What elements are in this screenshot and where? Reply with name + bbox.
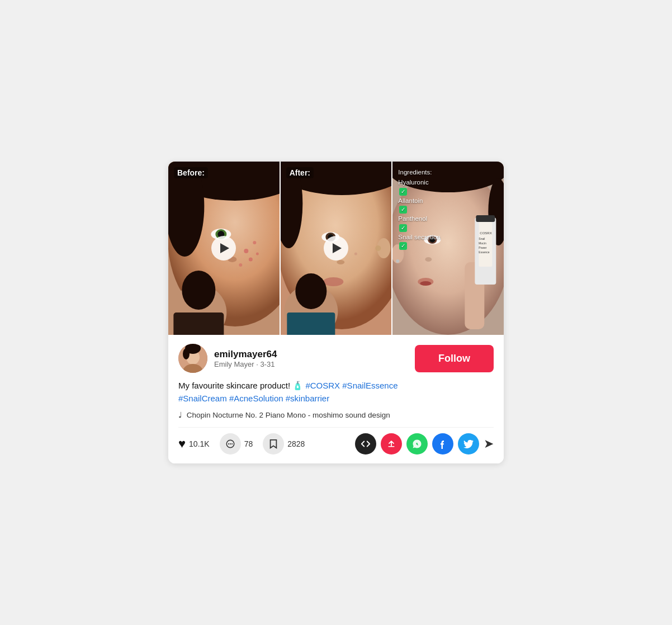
music-text: Chopin Nocturne No. 2 Piano Mono - moshi… (187, 411, 390, 419)
svg-point-27 (354, 253, 357, 255)
ingredients-overlay: Ingredients: Hyaluronic ✓ Allantoin ✓ Pa… (398, 167, 440, 250)
twitter-button[interactable] (458, 433, 479, 454)
info-section: emilymayer64 Emily Mayer · 3-31 Follow M… (168, 335, 504, 463)
svg-point-60 (231, 443, 233, 444)
caption-text: My favourite skincare product! 🧴 (178, 381, 305, 390)
video-grid: Before: (168, 162, 504, 335)
play-button-2[interactable] (324, 236, 348, 261)
post-date: 3-31 (260, 360, 275, 368)
post-card: Before: (168, 162, 504, 463)
username[interactable]: emilymayer64 (214, 349, 277, 360)
comment-icon (220, 433, 241, 454)
hashtag-skinbarrier[interactable]: #skinbarrier (286, 394, 329, 403)
svg-text:Essence: Essence (479, 250, 490, 254)
after-label: After: (286, 167, 314, 178)
user-text: emilymayer64 Emily Mayer · 3-31 (214, 349, 277, 368)
play-button-1[interactable] (211, 236, 236, 261)
svg-text:Snail: Snail (479, 237, 485, 240)
svg-point-39 (396, 259, 400, 263)
video-thumb-before[interactable]: Before: (168, 162, 281, 335)
svg-rect-15 (173, 313, 224, 335)
svg-point-56 (183, 348, 190, 359)
svg-point-14 (182, 271, 215, 310)
svg-point-11 (239, 263, 242, 267)
user-row: emilymayer64 Emily Mayer · 3-31 Follow (178, 344, 494, 373)
bookmark-count: 2828 (287, 439, 305, 448)
caption: My favourite skincare product! 🧴 #COSRX … (178, 380, 494, 405)
bookmark-action[interactable]: 2828 (263, 433, 305, 454)
svg-rect-45 (476, 215, 495, 222)
svg-point-29 (295, 273, 326, 309)
svg-text:COSRX: COSRX (480, 231, 492, 235)
svg-point-10 (249, 258, 253, 262)
svg-point-8 (244, 249, 248, 253)
heart-icon: ♥ (178, 437, 186, 451)
embed-button[interactable] (355, 433, 376, 454)
svg-point-25 (337, 260, 344, 264)
play-icon-1 (220, 243, 229, 253)
svg-text:Mucin: Mucin (479, 242, 487, 245)
facebook-button[interactable] (432, 433, 453, 454)
user-info: emilymayer64 Emily Mayer · 3-31 (178, 344, 277, 373)
action-left: ♥ 10.1K 78 (178, 433, 305, 454)
whatsapp-button[interactable] (406, 433, 428, 454)
forward-button[interactable]: ➤ (484, 437, 494, 451)
svg-point-9 (253, 241, 256, 244)
comment-action[interactable]: 78 (220, 433, 253, 454)
hashtag-cosrx[interactable]: #COSRX (305, 381, 342, 390)
hashtag-snailcream[interactable]: #SnailCream (178, 394, 229, 403)
play-icon-2 (333, 243, 342, 253)
user-meta: Emily Mayer · 3-31 (214, 360, 277, 368)
svg-text:Power: Power (479, 246, 488, 249)
music-line: ♩ Chopin Nocturne No. 2 Piano Mono - mos… (178, 410, 494, 419)
like-count: 10.1K (189, 439, 210, 448)
action-bar: ♥ 10.1K 78 (178, 427, 494, 457)
svg-point-42 (420, 281, 432, 286)
video-thumb-after[interactable]: After: (281, 162, 393, 335)
hashtag-snailessence[interactable]: #SnailEssence (342, 381, 397, 390)
video-thumb-ingredients[interactable]: COSRX Snail Mucin Power Essence Ingredie… (392, 162, 504, 335)
follow-button[interactable]: Follow (415, 345, 494, 372)
before-label: Before: (174, 167, 208, 178)
display-name: Emily Mayer (214, 360, 254, 368)
svg-point-58 (228, 443, 229, 444)
avatar[interactable] (178, 344, 207, 373)
svg-point-26 (323, 277, 343, 286)
svg-point-40 (425, 257, 432, 262)
svg-rect-30 (287, 313, 335, 335)
svg-point-59 (230, 443, 231, 444)
hashtag-acnesolution[interactable]: #AcneSolution (229, 394, 286, 403)
svg-point-12 (256, 253, 259, 255)
music-note-icon: ♩ (178, 411, 182, 419)
svg-point-21 (375, 245, 381, 251)
like-action[interactable]: ♥ 10.1K (178, 437, 210, 451)
action-right: ➤ (355, 433, 494, 454)
share-button[interactable] (381, 433, 402, 454)
comment-count: 78 (244, 439, 253, 448)
bookmark-icon (263, 433, 284, 454)
